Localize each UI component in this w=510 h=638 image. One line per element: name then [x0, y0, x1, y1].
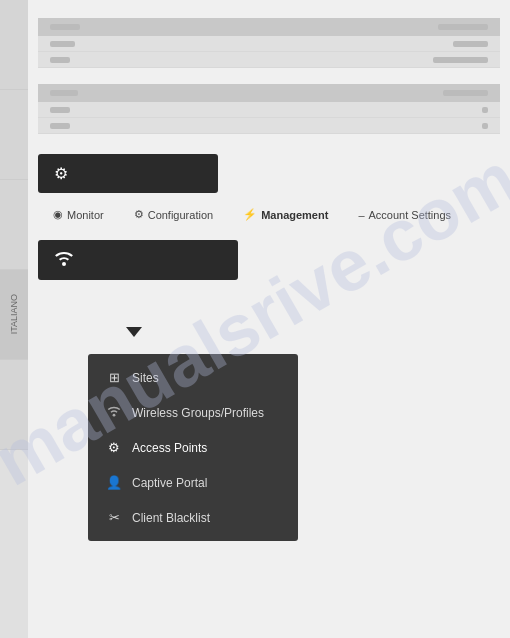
- monitor-icon: ◉: [53, 208, 63, 221]
- left-sidebar: ITALIANO: [0, 0, 28, 638]
- dropdown-item-captive-portal-label: Captive Portal: [132, 476, 207, 490]
- main-content: ⚙ ◉ Monitor ⚙ Configuration ⚡ Management…: [28, 0, 510, 638]
- management-icon: ⚡: [243, 208, 257, 221]
- sidebar-tab-3[interactable]: [0, 180, 28, 270]
- dropdown-menu: ⊞ Sites Wireless Groups/Profiles ⚙ Acces…: [88, 354, 298, 541]
- tab-account-settings-label: Account Settings: [369, 209, 452, 221]
- account-icon: –: [358, 209, 364, 221]
- data-cell: [50, 123, 70, 129]
- top-section-2: [38, 84, 500, 134]
- dropdown-item-wireless-groups[interactable]: Wireless Groups/Profiles: [88, 395, 298, 430]
- data-cell: [50, 107, 70, 113]
- sidebar-tab-1[interactable]: [0, 0, 28, 90]
- config-section: ⚙: [38, 154, 500, 201]
- header-cell: [50, 24, 80, 30]
- header-cell: [50, 90, 78, 96]
- dropdown-item-wireless-label: Wireless Groups/Profiles: [132, 406, 264, 420]
- sidebar-tab-label: ITALIANO: [9, 294, 19, 334]
- tab-account-settings[interactable]: – Account Settings: [343, 201, 466, 228]
- dropdown-item-access-points-label: Access Points: [132, 441, 207, 455]
- wireless-icon: [106, 405, 122, 420]
- config-button[interactable]: ⚙: [38, 154, 218, 193]
- table-header-row-2: [38, 84, 500, 102]
- tab-management[interactable]: ⚡ Management: [228, 201, 343, 228]
- access-points-icon: ⚙: [106, 440, 122, 455]
- dropdown-item-access-points[interactable]: ⚙ Access Points: [88, 430, 298, 465]
- sidebar-tab-2[interactable]: [0, 90, 28, 180]
- dropdown-item-sites-label: Sites: [132, 371, 159, 385]
- config-icon: ⚙: [134, 208, 144, 221]
- data-cell: [453, 41, 488, 47]
- data-cell: [433, 57, 488, 63]
- sites-icon: ⊞: [106, 370, 122, 385]
- table-block-2: [38, 84, 500, 134]
- tab-monitor[interactable]: ◉ Monitor: [38, 201, 119, 228]
- table-data-row: [38, 52, 500, 68]
- tab-management-label: Management: [261, 209, 328, 221]
- table-header-row-1: [38, 18, 500, 36]
- dropdown-item-captive-portal[interactable]: 👤 Captive Portal: [88, 465, 298, 500]
- table-block-1: [38, 18, 500, 68]
- gear-icon: ⚙: [54, 164, 68, 183]
- captive-portal-icon: 👤: [106, 475, 122, 490]
- nav-tabs: ◉ Monitor ⚙ Configuration ⚡ Management –…: [38, 201, 500, 228]
- header-cell: [438, 24, 488, 30]
- dropdown-item-client-blacklist[interactable]: ✂ Client Blacklist: [88, 500, 298, 535]
- wifi-icon: [54, 250, 74, 270]
- client-blacklist-icon: ✂: [106, 510, 122, 525]
- tab-configuration-label: Configuration: [148, 209, 213, 221]
- top-section-1: [38, 18, 500, 68]
- table-data-row: [38, 118, 500, 134]
- sidebar-tab-italiano[interactable]: ITALIANO: [0, 270, 28, 360]
- data-cell: [482, 107, 488, 113]
- header-cell: [443, 90, 488, 96]
- data-cell: [50, 41, 75, 47]
- table-data-row: [38, 36, 500, 52]
- sidebar-tab-5[interactable]: [0, 360, 28, 450]
- table-data-row: [38, 102, 500, 118]
- tab-monitor-label: Monitor: [67, 209, 104, 221]
- data-cell: [50, 57, 70, 63]
- dropdown-item-sites[interactable]: ⊞ Sites: [88, 360, 298, 395]
- wifi-dropdown-button[interactable]: [38, 240, 238, 280]
- tab-configuration[interactable]: ⚙ Configuration: [119, 201, 228, 228]
- tooltip-pointer: [126, 327, 142, 337]
- dropdown-item-client-blacklist-label: Client Blacklist: [132, 511, 210, 525]
- data-cell: [482, 123, 488, 129]
